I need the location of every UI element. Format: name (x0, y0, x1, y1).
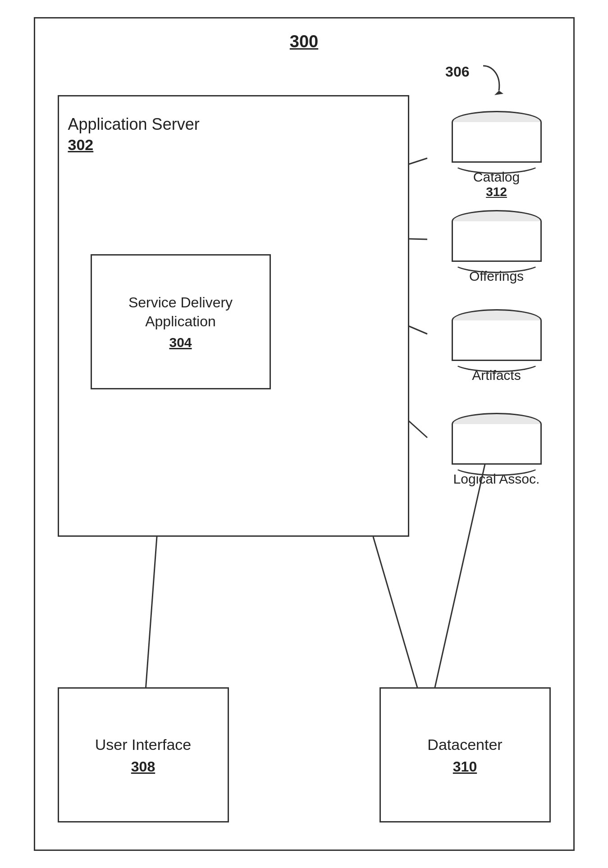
catalog-cylinder (452, 109, 542, 167)
svg-line-7 (427, 460, 486, 722)
offerings-cylinder (452, 208, 542, 266)
cyl-bottom (452, 453, 542, 476)
app-server-label: Application Server 302 (68, 114, 200, 154)
ui-title: User Interface (95, 735, 192, 754)
service-delivery-title: Service Delivery Application (92, 293, 270, 331)
arrow-306-svg (456, 61, 510, 106)
ui-number: 308 (131, 758, 155, 775)
bottom-section: User Interface 308 Datacenter 310 (58, 687, 551, 822)
outer-application-server-box: Application Server 302 Service Delivery … (58, 95, 409, 537)
cyl-bottom (452, 151, 542, 174)
datacenter-number: 310 (453, 758, 477, 775)
logical-assoc-db: Logical Assoc. (452, 411, 542, 487)
diagram-label-300: 300 (290, 32, 318, 51)
diagram-page: 300 306 Application Server 302 (34, 17, 575, 851)
svg-marker-0 (494, 91, 503, 95)
cyl-bottom (452, 350, 542, 372)
app-server-number: 302 (68, 136, 200, 154)
user-interface-box: User Interface 308 (58, 687, 229, 822)
offerings-db: Offerings (452, 208, 542, 284)
datacenter-box: Datacenter 310 (379, 687, 551, 822)
artifacts-cylinder (452, 307, 542, 365)
catalog-db: Catalog 312 (452, 109, 542, 199)
service-delivery-number: 304 (169, 335, 192, 350)
service-delivery-box: Service Delivery Application 304 (91, 254, 271, 389)
cyl-bottom (452, 251, 542, 273)
logical-cylinder (452, 411, 542, 469)
app-server-title: Application Server (68, 115, 200, 133)
artifacts-db: Artifacts (452, 307, 542, 383)
datacenter-title: Datacenter (427, 735, 502, 754)
catalog-number: 312 (473, 185, 520, 199)
